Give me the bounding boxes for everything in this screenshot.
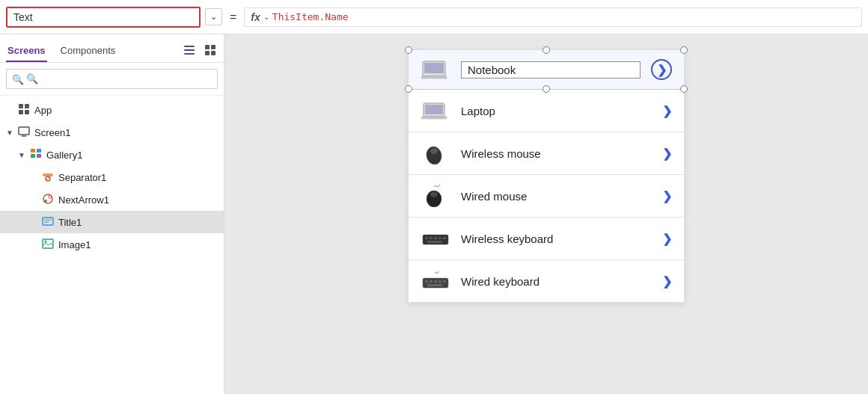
app-arrow (6, 106, 15, 114)
gallery-item-wired-mouse[interactable]: Wired mouse ❯ (409, 175, 684, 218)
tree-item-screen1[interactable]: ▼ Screen1 (0, 121, 224, 144)
formula-icon: fx (251, 11, 260, 23)
formula-text: ThisItem.Name (272, 11, 349, 22)
separator1-arrow (30, 173, 39, 182)
wireless-mouse-image (421, 141, 450, 165)
svg-rect-15 (31, 154, 35, 158)
wired-keyboard-image (421, 269, 450, 293)
svg-rect-9 (19, 110, 23, 114)
handle-tr (680, 46, 688, 54)
separator1-icon (42, 170, 54, 185)
wireless-mouse-label: Wireless mouse (461, 147, 652, 160)
wired-keyboard-arrow[interactable]: ❯ (662, 274, 672, 289)
svg-rect-49 (425, 280, 428, 283)
notebook-image (421, 58, 450, 81)
search-input-wrap: 🔍 (6, 69, 218, 89)
svg-rect-41 (423, 235, 448, 244)
tree-item-nextarrow1-label: NextArrow1 (58, 194, 109, 206)
laptop-label: Laptop (461, 105, 652, 117)
svg-point-27 (45, 240, 47, 242)
svg-rect-45 (438, 237, 441, 239)
laptop-image (421, 99, 450, 123)
tree-item-title1-label: Title1 (58, 217, 82, 228)
title1-arrow (30, 218, 39, 227)
tree-item-separator1-label: Separator1 (58, 172, 106, 183)
svg-rect-53 (443, 280, 446, 283)
main-layout: Screens Components (0, 34, 868, 394)
search-input[interactable] (6, 69, 218, 89)
tree-item-gallery1[interactable]: ▼ Gallery1 (0, 144, 224, 166)
grid-view-icon[interactable] (203, 43, 218, 60)
svg-rect-23 (43, 218, 53, 225)
notebook-label-selected: Notebook (461, 61, 641, 79)
svg-rect-13 (31, 149, 35, 153)
svg-rect-5 (205, 51, 210, 55)
wireless-keyboard-label: Wireless keyboard (461, 233, 652, 245)
svg-rect-43 (430, 237, 433, 239)
svg-rect-4 (211, 45, 216, 49)
image1-arrow (30, 241, 39, 249)
gallery-panel: Notebook ❯ Laptop ❯ (408, 49, 685, 303)
gallery-item-wired-keyboard[interactable]: Wired keyboard ❯ (409, 260, 684, 302)
svg-rect-48 (423, 278, 448, 288)
top-bar: ⌄ = fx ⌄ ThisItem.Name (0, 0, 868, 34)
app-icon (18, 103, 30, 117)
equals-sign: = (227, 10, 239, 24)
formula-chevron[interactable]: ⌄ (263, 13, 269, 21)
tab-view-icons (182, 43, 218, 60)
sidebar-tabs: Screens Components (0, 34, 224, 63)
list-view-icon[interactable] (182, 43, 197, 60)
wired-mouse-label: Wired mouse (461, 190, 652, 203)
svg-rect-16 (37, 154, 41, 158)
svg-rect-42 (425, 237, 428, 239)
nextarrow1-icon (42, 193, 54, 207)
svg-rect-52 (438, 280, 441, 283)
svg-rect-50 (430, 280, 433, 283)
gallery-item-wireless-keyboard[interactable]: Wireless keyboard ❯ (409, 218, 684, 260)
tab-components[interactable]: Components (59, 40, 117, 62)
tree-item-gallery1-label: Gallery1 (46, 150, 82, 161)
search-box: 🔍 (0, 63, 224, 96)
wireless-mouse-arrow[interactable]: ❯ (662, 147, 672, 161)
gallery-item-laptop[interactable]: Laptop ❯ (409, 90, 684, 132)
title1-icon (42, 215, 54, 230)
content-area: Notebook ❯ Laptop ❯ (224, 34, 868, 394)
tree-item-app[interactable]: App (0, 99, 224, 121)
screen1-arrow: ▼ (6, 129, 15, 137)
property-input[interactable] (6, 7, 201, 28)
notebook-arrow[interactable]: ❯ (651, 59, 672, 80)
gallery1-arrow: ▼ (18, 151, 27, 159)
wired-mouse-arrow[interactable]: ❯ (662, 189, 672, 203)
svg-rect-14 (37, 149, 41, 153)
tree-item-app-label: App (34, 105, 52, 116)
gallery1-icon (30, 148, 42, 162)
svg-rect-44 (434, 237, 437, 239)
tree-item-image1[interactable]: Image1 (0, 233, 224, 256)
gallery-item-wireless-mouse[interactable]: Wireless mouse ❯ (409, 132, 684, 175)
tree-item-title1[interactable]: Title1 (0, 211, 224, 233)
svg-rect-8 (25, 104, 29, 108)
tree: App ▼ Screen1 ▼ (0, 96, 224, 394)
svg-rect-10 (25, 110, 29, 114)
svg-rect-7 (19, 104, 23, 108)
svg-line-19 (46, 177, 49, 180)
svg-rect-11 (19, 127, 29, 135)
svg-rect-1 (184, 49, 195, 51)
handle-tl (405, 46, 412, 54)
gallery-item-notebook[interactable]: Notebook ❯ (409, 50, 684, 90)
wireless-keyboard-arrow[interactable]: ❯ (662, 232, 672, 246)
laptop-arrow[interactable]: ❯ (662, 104, 672, 118)
svg-rect-32 (425, 105, 443, 114)
svg-rect-47 (427, 241, 442, 243)
svg-rect-17 (43, 174, 52, 176)
screen1-icon (18, 126, 30, 140)
svg-rect-3 (205, 45, 210, 49)
svg-point-21 (44, 200, 47, 203)
property-chevron-button[interactable]: ⌄ (205, 8, 222, 25)
svg-rect-54 (427, 284, 442, 286)
tree-item-screen1-label: Screen1 (34, 127, 70, 138)
svg-rect-0 (184, 46, 195, 47)
tree-item-nextarrow1[interactable]: NextArrow1 (0, 188, 224, 211)
tab-screens[interactable]: Screens (6, 40, 47, 62)
tree-item-separator1[interactable]: Separator1 (0, 166, 224, 188)
